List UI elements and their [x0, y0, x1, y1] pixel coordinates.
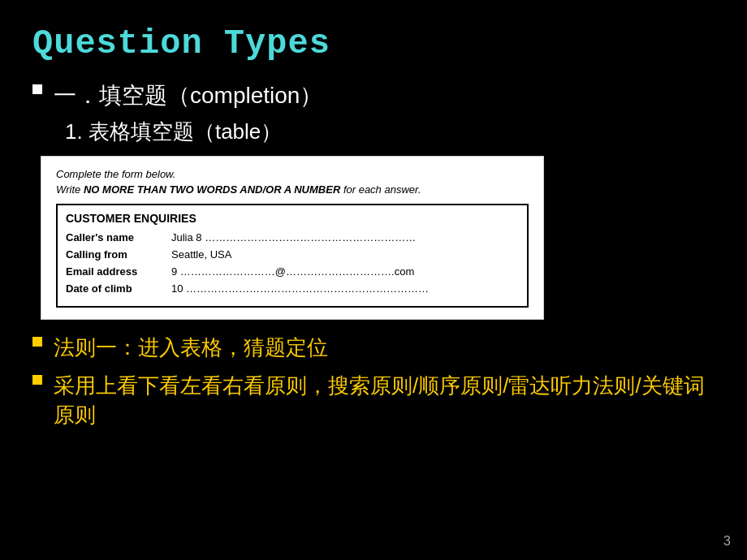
bullet-text-1: 一．填空题（completion）	[54, 80, 322, 111]
sub-item-text-1: 1. 表格填空题（table）	[65, 119, 282, 144]
form-instruction-bold: NO MORE THAN TWO WORDS AND/OR A NUMBER	[84, 183, 340, 196]
form-label-0: Caller's name	[66, 231, 171, 243]
form-instruction-suffix: for each answer.	[340, 183, 421, 196]
slide-number: 3	[723, 534, 731, 549]
form-value-1: Seattle, USA	[171, 248, 519, 261]
form-table: CUSTOMER ENQUIRIES Caller's name Julia 8…	[56, 204, 529, 308]
table-row: Date of climb 10 ……………………………………………………………	[66, 282, 519, 295]
form-label-1: Calling from	[66, 248, 171, 261]
form-table-title: CUSTOMER ENQUIRIES	[66, 212, 519, 225]
bullet-icon-2	[32, 337, 42, 347]
bullet-icon-1	[32, 84, 42, 94]
form-label-2: Email address	[66, 265, 171, 278]
table-row: Calling from Seattle, USA	[66, 248, 519, 261]
slide-title: Question Types	[32, 24, 715, 63]
form-value-2: 9 ………………………@………………………….com	[171, 265, 519, 278]
table-row: Caller's name Julia 8 …………………………………………………	[66, 231, 519, 243]
form-value-3: 10 ……………………………………………………………	[171, 282, 519, 295]
form-instruction-2: Write NO MORE THAN TWO WORDS AND/OR A NU…	[56, 183, 529, 196]
form-instruction-1: Complete the form below.	[56, 168, 529, 180]
form-box: Complete the form below. Write NO MORE T…	[41, 156, 544, 320]
sub-item-1: 1. 表格填空题（table）	[65, 118, 715, 146]
form-value-0: Julia 8 ……………………………………………………	[171, 231, 519, 243]
bullet-icon-3	[32, 375, 42, 385]
table-row: Email address 9 ………………………@………………………….com	[66, 265, 519, 278]
bullet-item-1: 一．填空题（completion）	[32, 80, 715, 111]
bullet-text-2: 法则一：进入表格，猜题定位	[54, 333, 328, 362]
bullet-text-3: 采用上看下看左看右看原则，搜索原则/顺序原则/雷达听力法则/关键词原则	[54, 371, 715, 430]
form-label-3: Date of climb	[66, 282, 171, 295]
bullet-item-3: 采用上看下看左看右看原则，搜索原则/顺序原则/雷达听力法则/关键词原则	[32, 371, 715, 430]
slide: Question Types 一．填空题（completion） 1. 表格填空…	[0, 0, 747, 560]
bullet-item-2: 法则一：进入表格，猜题定位	[32, 333, 715, 362]
